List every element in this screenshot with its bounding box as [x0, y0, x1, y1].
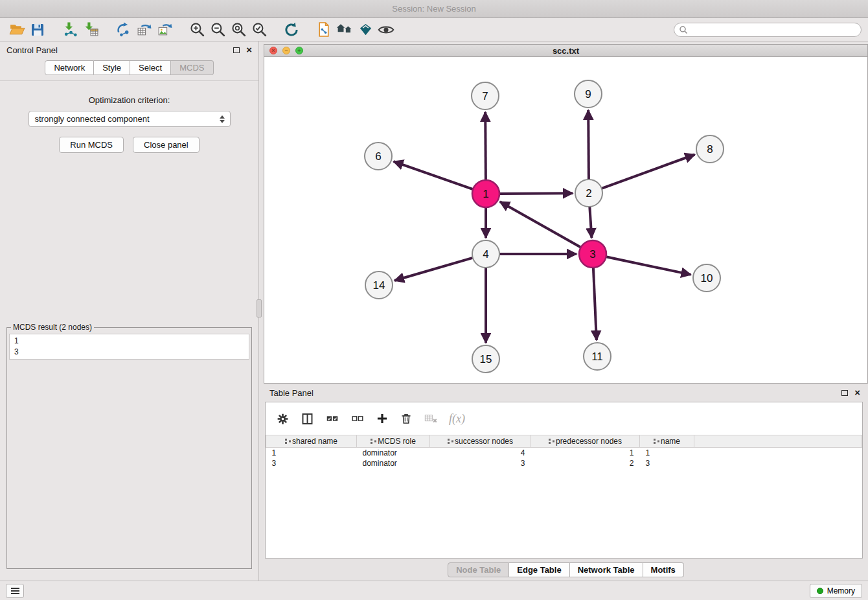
export-image-button[interactable] — [154, 20, 175, 40]
control-panel-header: Control Panel × — [0, 41, 258, 58]
svg-text:4: 4 — [483, 248, 488, 260]
graph-edge-3-11[interactable] — [593, 268, 597, 340]
zoom-fit-button[interactable] — [228, 20, 249, 40]
tab-mcds[interactable]: MCDS — [171, 60, 213, 75]
tab-network-table[interactable]: Network Table — [570, 562, 643, 577]
import-network-button[interactable] — [60, 20, 80, 40]
tab-node-table[interactable]: Node Table — [448, 562, 509, 577]
graph-edge-2-9[interactable] — [588, 110, 589, 179]
tab-network[interactable]: Network — [45, 60, 94, 75]
graph-edge-2-3[interactable] — [589, 207, 591, 238]
run-mcds-button[interactable]: Run MCDS — [59, 137, 124, 153]
float-table-panel-icon[interactable] — [841, 390, 848, 396]
tab-select[interactable]: Select — [130, 60, 171, 75]
graph-edge-1-7[interactable] — [485, 112, 486, 180]
network-document-icon — [316, 21, 332, 38]
save-session-button[interactable] — [27, 20, 48, 40]
float-panel-icon[interactable] — [233, 47, 240, 53]
zoom-out-button[interactable] — [207, 20, 228, 40]
graph-node-15[interactable]: 15 — [472, 345, 499, 373]
refresh-network-button[interactable] — [281, 20, 302, 40]
graph-node-14[interactable]: 14 — [365, 271, 393, 299]
column-header-shared-name[interactable]: shared name — [266, 435, 357, 448]
criterion-dropdown[interactable]: strongly connected component — [29, 111, 231, 127]
table-cell[interactable]: dominator — [357, 458, 430, 468]
column-header-label: MCDS role — [378, 437, 416, 446]
graph-edge-1-6[interactable] — [394, 161, 474, 189]
search-box — [674, 23, 862, 37]
export-table-button[interactable] — [133, 20, 154, 40]
select-all-rows-button[interactable] — [325, 411, 339, 426]
show-hide-panel-button[interactable] — [376, 20, 396, 40]
graph-edge-1-2[interactable] — [499, 193, 573, 194]
network-document-button[interactable] — [314, 20, 334, 40]
svg-text:7: 7 — [482, 90, 488, 102]
table-cell[interactable]: 3 — [430, 458, 531, 468]
graph-node-6[interactable]: 6 — [365, 143, 392, 170]
delete-column-button[interactable] — [400, 412, 413, 425]
panel-splitter[interactable] — [257, 299, 262, 317]
column-header-mcds-role[interactable]: MCDS role — [357, 435, 430, 448]
graph-edge-4-14[interactable] — [394, 258, 473, 281]
graph-node-9[interactable]: 9 — [575, 80, 602, 108]
control-panel: Control Panel × NetworkStyleSelectMCDS O… — [0, 41, 259, 581]
open-session-button[interactable] — [6, 20, 27, 40]
graph-node-7[interactable]: 7 — [472, 82, 499, 110]
zoom-in-button[interactable] — [187, 20, 207, 40]
table-cell[interactable]: 1 — [266, 448, 357, 458]
import-table-button[interactable] — [80, 20, 101, 40]
column-header-name[interactable]: name — [640, 435, 694, 448]
tab-style[interactable]: Style — [94, 60, 130, 75]
table-cell[interactable]: 2 — [531, 458, 640, 468]
create-column-button[interactable] — [376, 412, 389, 425]
svg-text:15: 15 — [480, 353, 492, 365]
tab-edge-table[interactable]: Edge Table — [509, 562, 569, 577]
graph-node-1[interactable]: 1 — [472, 180, 499, 207]
close-panel-icon[interactable]: × — [246, 47, 252, 53]
svg-text:1: 1 — [483, 188, 488, 200]
delete-table-button[interactable] — [424, 411, 438, 426]
memory-button[interactable]: Memory — [810, 584, 862, 598]
graph-node-2[interactable]: 2 — [575, 179, 602, 207]
close-panel-button[interactable]: Close panel — [133, 137, 200, 153]
graph-edge-2-8[interactable] — [602, 155, 695, 189]
column-header-label: shared name — [292, 437, 337, 446]
deselect-all-rows-button[interactable] — [350, 411, 365, 426]
network-canvas[interactable]: 7968124314101511 — [264, 57, 867, 383]
column-header-successor-nodes[interactable]: successor nodes — [430, 435, 531, 448]
table-cell[interactable]: 1 — [640, 448, 694, 458]
table-cell[interactable]: 3 — [266, 458, 357, 468]
task-history-button[interactable] — [6, 584, 24, 598]
search-input[interactable] — [674, 23, 862, 37]
table-cell[interactable]: 3 — [640, 458, 694, 468]
table-cell[interactable]: 1 — [531, 448, 640, 458]
close-table-panel-icon[interactable]: × — [854, 389, 860, 396]
column-header-predecessor-nodes[interactable]: predecessor nodes — [531, 435, 640, 448]
table-cell[interactable]: dominator — [357, 448, 430, 458]
graph-edge-3-1[interactable] — [500, 202, 581, 247]
tab-motifs[interactable]: Motifs — [643, 562, 684, 577]
graph-node-8[interactable]: 8 — [696, 135, 724, 163]
apply-style-button[interactable] — [355, 20, 376, 40]
title-bar: Session: New Session — [0, 0, 868, 18]
table-cell[interactable]: 4 — [430, 448, 531, 458]
table-row[interactable]: 3dominator323 — [266, 458, 862, 468]
zoom-selected-button[interactable] — [249, 20, 269, 40]
graph-node-11[interactable]: 11 — [584, 343, 611, 370]
graph-node-3[interactable]: 3 — [579, 240, 606, 268]
show-columns-button[interactable] — [301, 412, 314, 426]
minimize-window-icon[interactable]: − — [282, 47, 290, 54]
network-window-title: scc.txt — [264, 46, 867, 56]
graph-node-4[interactable]: 4 — [472, 240, 499, 268]
graph-node-10[interactable]: 10 — [693, 264, 720, 292]
function-builder-button[interactable]: f(x) — [449, 412, 465, 426]
table-row[interactable]: 1dominator411 — [266, 448, 862, 458]
gear-icon — [276, 412, 290, 426]
home-button[interactable] — [334, 20, 355, 40]
maximize-window-icon[interactable]: + — [295, 47, 303, 54]
table-settings-button[interactable] — [276, 412, 290, 426]
close-window-icon[interactable]: × — [269, 47, 277, 54]
graph-edge-3-10[interactable] — [606, 257, 691, 275]
new-network-button[interactable] — [113, 20, 133, 40]
mcds-result-list[interactable]: 13 — [9, 334, 249, 360]
